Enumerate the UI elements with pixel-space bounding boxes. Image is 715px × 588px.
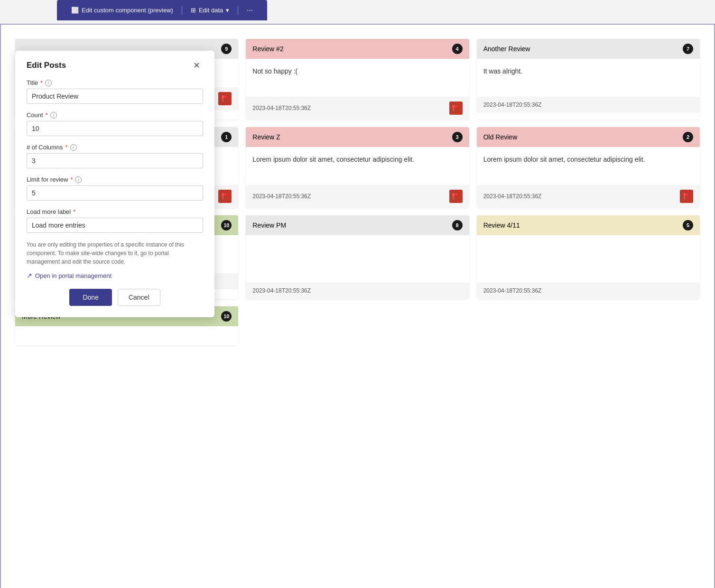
card-title-2: Review #2 [252, 45, 283, 53]
modal-note: You are only editing the properties of a… [27, 240, 203, 266]
edit-component-button[interactable]: ⬜ Edit custom component (preview) [65, 4, 180, 17]
close-button[interactable]: ✕ [190, 60, 203, 71]
count-required-star: * [46, 111, 48, 119]
toolbar-divider2 [238, 6, 238, 15]
load-more-label-text: Load more label [27, 208, 71, 215]
card-body-another: It was alright. [477, 59, 700, 97]
edit-posts-modal: Edit Posts ✕ Title * i Count * i [15, 51, 214, 317]
timestamp-2: 2023-04-18T20:55:36Z [252, 105, 311, 111]
card-title-411: Review 4/11 [483, 221, 520, 229]
grid-icon: ⊞ [191, 7, 196, 14]
badge-old: 2 [683, 132, 693, 142]
title-label: Title * i [27, 79, 203, 86]
badge-411: 5 [683, 220, 693, 230]
modal-header: Edit Posts ✕ [27, 60, 203, 71]
review-card-2: Review #2 4 Not so happy :( 2023-04-18T2… [246, 39, 469, 119]
toolbar: ⬜ Edit custom component (preview) ⊞ Edit… [57, 0, 267, 20]
card-title-pm: Review PM [252, 221, 286, 229]
columns-info-icon: i [70, 144, 77, 151]
timestamp-old: 2023-04-18T20:55:36Z [483, 193, 542, 200]
card-header-another: Another Review 7 [477, 39, 700, 59]
title-input[interactable] [27, 89, 203, 104]
badge-2: 4 [452, 44, 463, 54]
columns-form-group: # of Columns * i [27, 144, 203, 168]
component-icon: ⬜ [71, 7, 79, 14]
cancel-button[interactable]: Cancel [118, 289, 160, 306]
review-card-pm: Review PM 8 2023-04-18T20:55:36Z [246, 215, 469, 299]
more-icon: ⋯ [247, 7, 253, 14]
title-form-group: Title * i [27, 79, 203, 104]
limit-required-star: * [70, 176, 73, 183]
modal-container: Edit Posts ✕ Title * i Count * i [15, 51, 214, 317]
card-body-more [15, 326, 238, 345]
badge-awesome: 10 [221, 220, 232, 230]
card-header-2: Review #2 4 [246, 39, 469, 59]
timestamp-z: 2023-04-18T20:55:36Z [252, 193, 311, 200]
badge-another: 7 [683, 44, 693, 54]
toolbar-divider [182, 6, 182, 15]
timestamp-411: 2023-04-18T20:55:36Z [483, 287, 542, 294]
flag-button-z[interactable]: 🚩 [449, 190, 463, 203]
card-body-2: Not so happy :( [246, 59, 469, 97]
count-form-group: Count * i [27, 111, 203, 136]
flag-button-old[interactable]: 🚩 [680, 190, 693, 203]
card-body-411 [477, 235, 700, 283]
card-footer-another: 2023-04-18T20:55:36Z [477, 97, 700, 113]
limit-info-icon: i [75, 176, 82, 183]
card-header-old: Old Review 2 [477, 127, 700, 147]
load-more-label: Load more label * [27, 208, 203, 215]
card-header-411: Review 4/11 5 [477, 215, 700, 235]
review-card-old: Old Review 2 Lorem ipsum dolor sit amet,… [477, 127, 700, 208]
load-more-input[interactable] [27, 218, 203, 233]
limit-input[interactable] [27, 185, 203, 201]
done-button[interactable]: Done [69, 289, 111, 306]
card-footer-411: 2023-04-18T20:55:36Z [477, 283, 700, 299]
columns-required-star: * [65, 144, 68, 151]
card-footer-old: 2023-04-18T20:55:36Z 🚩 [477, 185, 700, 208]
count-input[interactable] [27, 121, 203, 136]
columns-label-text: # of Columns [27, 144, 63, 151]
flag-button-2[interactable]: 🚩 [449, 101, 463, 115]
timestamp-another: 2023-04-18T20:55:36Z [483, 101, 542, 108]
card-footer-2: 2023-04-18T20:55:36Z 🚩 [246, 97, 469, 119]
card-title-another: Another Review [483, 45, 530, 53]
card-body-old: Lorem ipsum dolor sit amet, consectetur … [477, 147, 700, 185]
limit-form-group: Limit for review * i [27, 176, 203, 201]
modal-actions: Done Cancel [27, 289, 203, 306]
portal-management-link[interactable]: ↗ Open in portal management [27, 272, 203, 279]
count-label-text: Count [27, 111, 43, 119]
edit-component-label: Edit custom component (preview) [82, 7, 173, 14]
title-required-star: * [40, 79, 43, 86]
columns-label: # of Columns * i [27, 144, 203, 151]
badge-pb: 1 [221, 132, 232, 142]
count-label: Count * i [27, 111, 203, 119]
card-body-z: Lorem ipsum dolor sit amet, consectetur … [246, 147, 469, 185]
load-more-form-group: Load more label * [27, 208, 203, 233]
card-title-z: Review Z [252, 133, 280, 141]
more-options-button[interactable]: ⋯ [240, 4, 260, 17]
badge-z: 3 [452, 132, 463, 142]
flag-button-pb[interactable]: 🚩 [218, 190, 232, 203]
external-link-icon: ↗ [27, 272, 32, 279]
badge-pm: 8 [452, 220, 463, 230]
card-footer-pm: 2023-04-18T20:55:36Z [246, 283, 469, 299]
card-header-z: Review Z 3 [246, 127, 469, 147]
card-header-pm: Review PM 8 [246, 215, 469, 235]
page-canvas: 9 2023-04-18T20:55:36Z 🚩 Review #2 4 Not… [0, 24, 715, 588]
badge: 9 [221, 44, 232, 54]
limit-label: Limit for review * i [27, 176, 203, 183]
title-label-text: Title [27, 79, 38, 86]
limit-label-text: Limit for review [27, 176, 68, 183]
chevron-down-icon: ▾ [226, 7, 229, 14]
review-card-another: Another Review 7 It was alright. 2023-04… [477, 39, 700, 119]
count-info-icon: i [50, 112, 57, 119]
card-footer-z: 2023-04-18T20:55:36Z 🚩 [246, 185, 469, 208]
timestamp-pm: 2023-04-18T20:55:36Z [252, 287, 311, 294]
flag-button[interactable]: 🚩 [218, 92, 232, 105]
columns-input[interactable] [27, 153, 203, 168]
review-card-z: Review Z 3 Lorem ipsum dolor sit amet, c… [246, 127, 469, 208]
load-more-required-star: * [73, 208, 75, 215]
edit-data-button[interactable]: ⊞ Edit data ▾ [184, 4, 236, 17]
title-info-icon: i [45, 80, 52, 86]
card-body-pm [246, 235, 469, 283]
